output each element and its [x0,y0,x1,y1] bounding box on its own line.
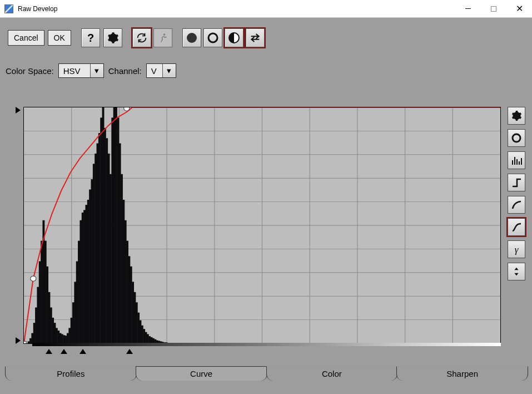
gamma-button[interactable]: γ [508,240,525,258]
svg-rect-62 [98,133,101,343]
refresh-icon [136,32,148,44]
svg-rect-33 [44,241,47,343]
half-circle-icon [227,31,241,45]
svg-rect-61 [97,144,99,343]
svg-rect-54 [83,210,86,343]
svg-rect-42 [61,334,63,343]
half-circle-button[interactable] [225,28,243,47]
circle-tool-button[interactable] [508,129,525,147]
svg-rect-50 [76,262,78,343]
expand-button[interactable] [508,263,525,280]
log-curve-button[interactable] [508,196,525,214]
chevron-down-icon: ▾ [162,64,176,77]
svg-rect-103 [24,341,26,343]
svg-text:γ: γ [515,244,519,255]
colorspace-select[interactable]: HSV ▾ [58,63,104,78]
circle-filled-icon [185,31,198,45]
svg-rect-79 [130,267,132,343]
svg-rect-68 [110,174,112,343]
svg-rect-71 [115,107,117,343]
svg-rect-36 [50,307,52,343]
svg-rect-85 [141,326,143,343]
svg-rect-26 [31,333,33,343]
run-button[interactable] [153,28,172,47]
svg-rect-67 [108,154,110,343]
histogram-tool-button[interactable] [508,151,525,169]
log-curve-icon [511,199,522,210]
titlebar: Raw Develop ✕ [0,0,532,18]
ok-button[interactable]: OK [48,30,71,46]
svg-rect-82 [136,302,138,343]
circle-filled-button[interactable] [182,28,201,47]
svg-point-104 [513,134,520,142]
settings-button[interactable] [103,28,122,47]
svg-rect-86 [143,329,145,343]
svg-rect-84 [140,321,142,343]
svg-rect-48 [72,302,74,343]
channel-select[interactable]: V ▾ [146,63,176,78]
tab-sharpen[interactable]: Sharpen [396,366,528,381]
svg-rect-58 [91,179,93,343]
window-title: Raw Develop [18,5,57,13]
svg-rect-44 [65,336,67,343]
svg-rect-80 [132,282,134,343]
close-button[interactable]: ✕ [506,0,532,18]
horizontal-gradient [32,343,501,346]
svg-rect-24 [28,341,30,343]
channel-value: V [151,66,162,76]
svg-rect-55 [85,205,87,343]
svg-rect-25 [29,338,32,343]
svg-rect-37 [52,318,54,343]
svg-rect-38 [54,323,56,343]
range-bottom-marker[interactable] [16,337,21,344]
svg-rect-73 [119,144,121,343]
svg-rect-41 [59,333,62,343]
refresh-button[interactable] [132,28,151,47]
histogram-marker[interactable] [79,349,86,354]
svg-rect-51 [78,241,80,343]
histogram-marker[interactable] [46,349,52,354]
svg-point-3 [208,33,217,42]
svg-rect-56 [87,200,90,343]
histogram-marker[interactable] [126,349,133,354]
side-settings-button[interactable] [508,107,525,125]
svg-rect-88 [147,334,149,343]
histogram-marker[interactable] [61,349,67,354]
curve-canvas[interactable] [23,107,501,344]
svg-point-102 [124,107,130,111]
channel-label: Channel: [108,66,142,76]
tab-curve[interactable]: Curve [136,366,267,381]
svg-rect-45 [67,333,69,343]
gamma-icon: γ [511,244,522,255]
histogram-icon [511,155,522,166]
step-curve-button[interactable] [508,174,525,191]
help-button[interactable]: ? [81,28,100,47]
svg-rect-66 [106,138,108,343]
maximize-button[interactable] [481,0,506,18]
swap-button[interactable] [246,28,265,47]
cancel-button[interactable]: Cancel [8,30,44,46]
svg-rect-49 [74,282,76,343]
chevron-down-icon: ▾ [90,64,103,77]
svg-point-2 [187,33,197,43]
svg-rect-28 [35,307,37,343]
swap-icon [249,32,261,44]
svg-rect-53 [82,213,84,343]
colorspace-value: HSV [63,66,90,76]
svg-rect-65 [104,128,106,343]
svg-rect-46 [68,328,71,343]
circle-outline-button[interactable] [203,28,222,47]
circle-outline-icon [511,132,522,144]
colorspace-label: Color Space: [6,66,54,76]
s-curve-button[interactable] [508,218,525,236]
range-top-marker[interactable] [16,107,21,114]
tab-profiles[interactable]: Profiles [5,366,137,381]
svg-rect-52 [79,220,82,343]
minimize-button[interactable] [455,0,481,18]
svg-rect-40 [57,331,59,343]
svg-rect-83 [137,313,140,343]
svg-rect-47 [71,318,73,343]
svg-rect-76 [125,220,127,343]
svg-rect-74 [121,174,123,343]
tab-color[interactable]: Color [266,366,398,381]
